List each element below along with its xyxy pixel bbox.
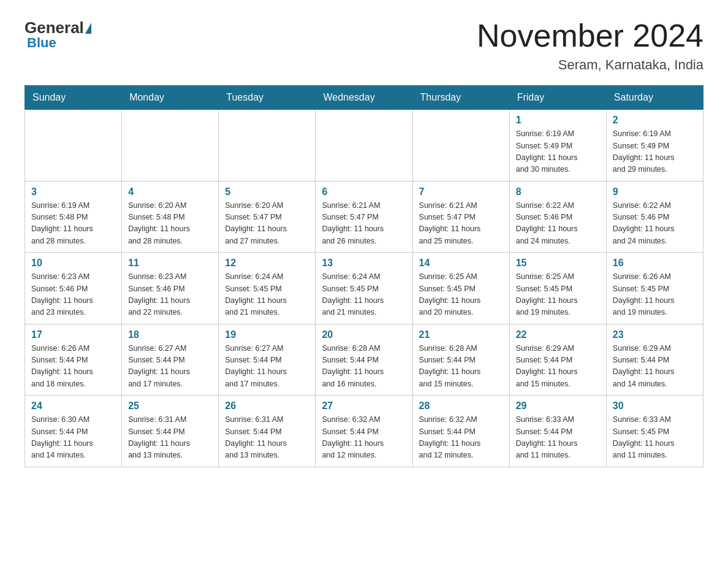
- day-info: Sunrise: 6:21 AM Sunset: 5:47 PM Dayligh…: [419, 200, 503, 248]
- day-info: Sunrise: 6:27 AM Sunset: 5:44 PM Dayligh…: [128, 343, 212, 391]
- calendar-cell: 17Sunrise: 6:26 AM Sunset: 5:44 PM Dayli…: [25, 324, 122, 396]
- day-info: Sunrise: 6:28 AM Sunset: 5:44 PM Dayligh…: [322, 343, 406, 391]
- calendar-cell: 3Sunrise: 6:19 AM Sunset: 5:48 PM Daylig…: [25, 181, 122, 253]
- day-info: Sunrise: 6:20 AM Sunset: 5:48 PM Dayligh…: [128, 200, 212, 248]
- calendar-week-row: 24Sunrise: 6:30 AM Sunset: 5:44 PM Dayli…: [25, 396, 703, 467]
- calendar-cell: 9Sunrise: 6:22 AM Sunset: 5:46 PM Daylig…: [606, 181, 703, 253]
- day-of-week-header: Sunday: [25, 86, 122, 110]
- day-number: 28: [419, 400, 503, 412]
- day-info: Sunrise: 6:27 AM Sunset: 5:44 PM Dayligh…: [225, 343, 309, 391]
- day-number: 21: [419, 329, 503, 340]
- calendar-cell: 25Sunrise: 6:31 AM Sunset: 5:44 PM Dayli…: [122, 396, 219, 467]
- day-info: Sunrise: 6:19 AM Sunset: 5:49 PM Dayligh…: [516, 128, 600, 176]
- day-number: 19: [225, 329, 309, 340]
- day-of-week-header: Thursday: [412, 86, 509, 110]
- calendar-week-row: 3Sunrise: 6:19 AM Sunset: 5:48 PM Daylig…: [25, 181, 703, 253]
- day-info: Sunrise: 6:22 AM Sunset: 5:46 PM Dayligh…: [613, 200, 697, 248]
- calendar-cell: 28Sunrise: 6:32 AM Sunset: 5:44 PM Dayli…: [412, 396, 509, 467]
- day-number: 11: [128, 258, 212, 269]
- day-number: 8: [516, 186, 600, 197]
- day-number: 16: [613, 258, 697, 269]
- calendar-cell: 7Sunrise: 6:21 AM Sunset: 5:47 PM Daylig…: [412, 181, 509, 253]
- calendar-cell: 27Sunrise: 6:32 AM Sunset: 5:44 PM Dayli…: [316, 396, 412, 467]
- day-number: 20: [322, 329, 406, 340]
- calendar-cell: 30Sunrise: 6:33 AM Sunset: 5:45 PM Dayli…: [606, 396, 703, 467]
- day-number: 23: [613, 329, 697, 340]
- day-number: 17: [31, 329, 115, 340]
- day-info: Sunrise: 6:19 AM Sunset: 5:48 PM Dayligh…: [31, 200, 115, 248]
- logo: General Blue: [25, 18, 93, 51]
- calendar-cell: 16Sunrise: 6:26 AM Sunset: 5:45 PM Dayli…: [606, 253, 703, 324]
- calendar-table: SundayMondayTuesdayWednesdayThursdayFrid…: [25, 85, 703, 467]
- calendar-cell: 8Sunrise: 6:22 AM Sunset: 5:46 PM Daylig…: [509, 181, 606, 253]
- day-info: Sunrise: 6:32 AM Sunset: 5:44 PM Dayligh…: [322, 414, 406, 462]
- day-number: 18: [128, 329, 212, 340]
- calendar-cell: [122, 110, 219, 182]
- day-number: 12: [225, 258, 309, 269]
- month-year-title: November 2024: [477, 18, 703, 53]
- day-number: 25: [128, 400, 212, 412]
- calendar-cell: 18Sunrise: 6:27 AM Sunset: 5:44 PM Dayli…: [122, 324, 219, 396]
- day-number: 22: [516, 329, 600, 340]
- calendar-cell: [219, 110, 316, 182]
- day-info: Sunrise: 6:21 AM Sunset: 5:47 PM Dayligh…: [322, 200, 406, 248]
- day-number: 4: [128, 186, 212, 197]
- calendar-cell: 19Sunrise: 6:27 AM Sunset: 5:44 PM Dayli…: [219, 324, 316, 396]
- day-number: 9: [613, 186, 697, 197]
- day-info: Sunrise: 6:33 AM Sunset: 5:45 PM Dayligh…: [613, 414, 697, 462]
- day-of-week-header: Wednesday: [316, 86, 412, 110]
- calendar-cell: 12Sunrise: 6:24 AM Sunset: 5:45 PM Dayli…: [219, 253, 316, 324]
- day-of-week-header: Monday: [122, 86, 219, 110]
- day-info: Sunrise: 6:24 AM Sunset: 5:45 PM Dayligh…: [322, 271, 406, 319]
- calendar-cell: 29Sunrise: 6:33 AM Sunset: 5:44 PM Dayli…: [509, 396, 606, 467]
- day-number: 29: [516, 400, 600, 412]
- calendar-cell: 23Sunrise: 6:29 AM Sunset: 5:44 PM Dayli…: [606, 324, 703, 396]
- calendar-cell: 5Sunrise: 6:20 AM Sunset: 5:47 PM Daylig…: [219, 181, 316, 253]
- day-number: 2: [613, 115, 697, 126]
- calendar-cell: 26Sunrise: 6:31 AM Sunset: 5:44 PM Dayli…: [219, 396, 316, 467]
- calendar-cell: 13Sunrise: 6:24 AM Sunset: 5:45 PM Dayli…: [316, 253, 412, 324]
- calendar-week-row: 17Sunrise: 6:26 AM Sunset: 5:44 PM Dayli…: [25, 324, 703, 396]
- day-of-week-header: Saturday: [606, 86, 703, 110]
- calendar-week-row: 10Sunrise: 6:23 AM Sunset: 5:46 PM Dayli…: [25, 253, 703, 324]
- calendar-cell: 6Sunrise: 6:21 AM Sunset: 5:47 PM Daylig…: [316, 181, 412, 253]
- day-info: Sunrise: 6:23 AM Sunset: 5:46 PM Dayligh…: [31, 271, 115, 319]
- day-info: Sunrise: 6:29 AM Sunset: 5:44 PM Dayligh…: [613, 343, 697, 391]
- day-of-week-header: Friday: [509, 86, 606, 110]
- calendar-cell: 21Sunrise: 6:28 AM Sunset: 5:44 PM Dayli…: [412, 324, 509, 396]
- header: General Blue November 2024 Seram, Karnat…: [25, 18, 703, 73]
- day-number: 26: [225, 400, 309, 412]
- day-number: 3: [31, 186, 115, 197]
- day-info: Sunrise: 6:25 AM Sunset: 5:45 PM Dayligh…: [419, 271, 503, 319]
- day-info: Sunrise: 6:26 AM Sunset: 5:44 PM Dayligh…: [31, 343, 115, 391]
- calendar-cell: 20Sunrise: 6:28 AM Sunset: 5:44 PM Dayli…: [316, 324, 412, 396]
- day-number: 5: [225, 186, 309, 197]
- calendar-cell: 22Sunrise: 6:29 AM Sunset: 5:44 PM Dayli…: [509, 324, 606, 396]
- day-number: 15: [516, 258, 600, 269]
- calendar-cell: 10Sunrise: 6:23 AM Sunset: 5:46 PM Dayli…: [25, 253, 122, 324]
- logo-blue-text: Blue: [27, 35, 56, 51]
- day-info: Sunrise: 6:23 AM Sunset: 5:46 PM Dayligh…: [128, 271, 212, 319]
- calendar-header-row: SundayMondayTuesdayWednesdayThursdayFrid…: [25, 86, 703, 110]
- day-number: 13: [322, 258, 406, 269]
- day-number: 10: [31, 258, 115, 269]
- day-info: Sunrise: 6:28 AM Sunset: 5:44 PM Dayligh…: [419, 343, 503, 391]
- day-info: Sunrise: 6:31 AM Sunset: 5:44 PM Dayligh…: [225, 414, 309, 462]
- day-number: 14: [419, 258, 503, 269]
- day-info: Sunrise: 6:32 AM Sunset: 5:44 PM Dayligh…: [419, 414, 503, 462]
- day-info: Sunrise: 6:20 AM Sunset: 5:47 PM Dayligh…: [225, 200, 309, 248]
- calendar-cell: [25, 110, 122, 182]
- day-number: 24: [31, 400, 115, 412]
- day-of-week-header: Tuesday: [219, 86, 316, 110]
- day-info: Sunrise: 6:26 AM Sunset: 5:45 PM Dayligh…: [613, 271, 697, 319]
- day-info: Sunrise: 6:31 AM Sunset: 5:44 PM Dayligh…: [128, 414, 212, 462]
- day-number: 7: [419, 186, 503, 197]
- day-number: 27: [322, 400, 406, 412]
- calendar-cell: 15Sunrise: 6:25 AM Sunset: 5:45 PM Dayli…: [509, 253, 606, 324]
- calendar-cell: 11Sunrise: 6:23 AM Sunset: 5:46 PM Dayli…: [122, 253, 219, 324]
- location-subtitle: Seram, Karnataka, India: [477, 57, 703, 73]
- title-section: November 2024 Seram, Karnataka, India: [477, 18, 703, 73]
- calendar-cell: [316, 110, 412, 182]
- day-info: Sunrise: 6:33 AM Sunset: 5:44 PM Dayligh…: [516, 414, 600, 462]
- day-number: 30: [613, 400, 697, 412]
